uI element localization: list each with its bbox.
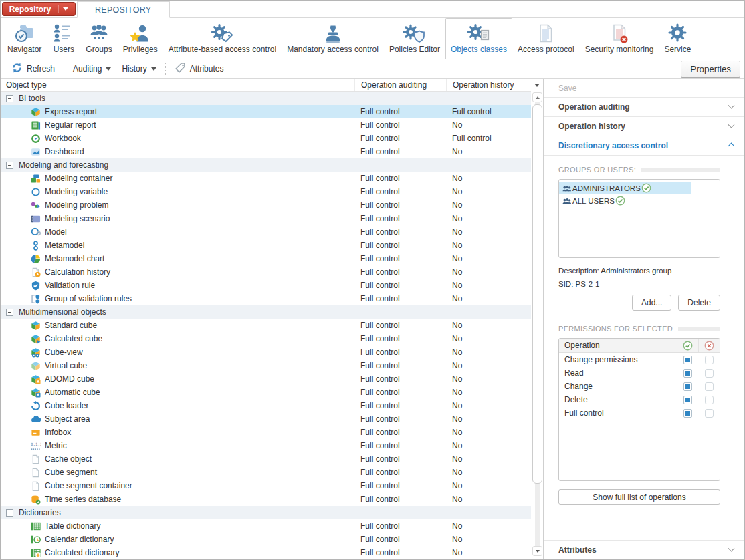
group-item-all-users[interactable]: ALL USERS <box>559 194 720 207</box>
ribbon-item-security-monitoring[interactable]: Security monitoring <box>580 18 659 59</box>
ribbon-item-attribute-based-access-control[interactable]: Attribute-based access control <box>163 18 282 59</box>
tree-item-group-of-validation-rules[interactable]: Group of validation rulesFull controlNo <box>1 292 531 305</box>
cube-icon <box>30 106 41 117</box>
tree-item-subject-area[interactable]: Subject areaFull controlNo <box>1 412 531 426</box>
deny-checkbox[interactable] <box>705 396 714 404</box>
section-attributes[interactable]: Attributes <box>544 540 744 559</box>
tree-item-validation-rule[interactable]: Validation ruleFull controlNo <box>1 279 531 292</box>
scrollbar-thumb[interactable] <box>532 104 542 484</box>
tree-item-infobox[interactable]: InfoboxFull controlNo <box>1 426 531 439</box>
tree-item-dashboard[interactable]: DashboardFull controlNo <box>1 145 531 158</box>
tree-item-modeling-variable[interactable]: Modeling variableFull controlNo <box>1 185 531 198</box>
allow-checkbox[interactable] <box>683 396 692 404</box>
deny-checkbox[interactable] <box>705 382 714 391</box>
show-full-list-button[interactable]: Show full list of operations <box>558 489 720 505</box>
section-operation-auditing[interactable]: Operation auditing <box>544 98 744 117</box>
ribbon-item-users[interactable]: Users <box>47 18 80 59</box>
tree-item-cube-segment[interactable]: Cube segmentFull controlNo <box>1 466 531 479</box>
history-dropdown[interactable]: History <box>116 62 161 76</box>
tree-item-calendar-dictionary[interactable]: Calendar dictionaryFull controlNo <box>1 533 531 546</box>
tree-item-express-report[interactable]: Express reportFull controlFull control <box>1 105 531 118</box>
tree-item-automatic-cube[interactable]: Automatic cubeFull controlNo <box>1 386 531 399</box>
column-header-operation-auditing[interactable]: Operation auditing <box>354 79 446 91</box>
attributes-button[interactable]: Attributes <box>169 60 229 78</box>
item-label: Group of validation rules <box>45 294 132 303</box>
add-button[interactable]: Add... <box>632 295 671 311</box>
tree-item-cube-view[interactable]: Cube-viewFull controlNo <box>1 345 531 359</box>
tree-item-calculation-history[interactable]: Calculation historyFull controlNo <box>1 265 531 279</box>
operation-auditing-value: Full control <box>354 267 446 277</box>
tree-item-metric[interactable]: 0.1.2MetricFull controlNo <box>1 439 531 452</box>
section-operation-history[interactable]: Operation history <box>544 117 744 136</box>
tree-item-metamodel-chart[interactable]: Metamodel chartFull controlNo <box>1 252 531 265</box>
ribbon-item-service[interactable]: Service <box>659 18 696 59</box>
properties-button[interactable]: Properties <box>681 61 740 78</box>
tree-item-table-dictionary[interactable]: Table dictionaryFull controlNo <box>1 519 531 533</box>
collapse-toggle-icon[interactable] <box>6 309 13 316</box>
tree-section-modeling-and-forecasting[interactable]: Modeling and forecasting <box>1 158 531 172</box>
column-header-object-type[interactable]: Object type <box>1 80 354 90</box>
tree-item-time-series-database[interactable]: Time series databaseFull controlNo <box>1 493 531 506</box>
allow-checkbox[interactable] <box>683 369 692 378</box>
group-item-administrators[interactable]: ADMINISTRATORS <box>559 182 691 194</box>
tree-item-standard-cube[interactable]: Standard cubeFull controlNo <box>1 319 531 332</box>
tree-item-calculated-dictionary[interactable]: Calculated dictionaryFull controlNo <box>1 546 531 559</box>
tree-item-modeling-problem[interactable]: Modeling problemFull controlNo <box>1 198 531 212</box>
delete-button[interactable]: Delete <box>678 295 720 311</box>
deny-checkbox[interactable] <box>705 369 714 378</box>
tree-section-multidimensional-objects[interactable]: Multidimensional objects <box>1 305 531 319</box>
allow-checkbox[interactable] <box>683 409 692 418</box>
tree-item-virtual-cube[interactable]: Virtual cubeFull controlNo <box>1 359 531 372</box>
table-scrollbar[interactable] <box>532 92 542 556</box>
tree-section-dictionaries[interactable]: Dictionaries <box>1 506 531 519</box>
tree-section-bi-tools[interactable]: BI tools <box>1 92 531 105</box>
access-protocol-icon <box>534 22 557 44</box>
column-menu-icon[interactable] <box>534 84 540 87</box>
scroll-down-button[interactable] <box>532 546 542 556</box>
permission-row-change: Change <box>559 380 720 393</box>
deny-checkbox[interactable] <box>705 356 714 364</box>
tree-item-model[interactable]: ModelFull controlNo <box>1 225 531 239</box>
tree-item-calculated-cube[interactable]: Calculated cubeFull controlNo <box>1 332 531 345</box>
group-icon <box>562 197 572 205</box>
ribbon-item-groups[interactable]: Groups <box>80 18 117 59</box>
column-header-operation-history[interactable]: Operation history <box>446 79 531 91</box>
tree-item-adomd-cube[interactable]: ADOMD cubeFull controlNo <box>1 372 531 386</box>
collapse-toggle-icon[interactable] <box>6 162 13 169</box>
cube-icon <box>30 320 41 331</box>
allow-checkbox[interactable] <box>683 382 692 391</box>
refresh-button[interactable]: Refresh <box>6 60 60 78</box>
save-button[interactable]: Save <box>544 79 744 98</box>
tree-item-cube-segment-container[interactable]: Cube segment containerFull controlNo <box>1 479 531 493</box>
tree-item-modeling-container[interactable]: Modeling containerFull controlNo <box>1 172 531 185</box>
collapse-toggle-icon[interactable] <box>6 95 13 102</box>
allow-checkbox[interactable] <box>683 356 692 364</box>
ribbon-item-navigator[interactable]: Navigator <box>2 18 47 59</box>
ribbon-item-policies-editor[interactable]: Policies Editor <box>384 18 445 59</box>
operation-history-value: Full control <box>446 107 531 116</box>
collapse-toggle-icon[interactable] <box>6 509 13 517</box>
tree-item-regular-report[interactable]: Regular reportFull controlNo <box>1 118 531 132</box>
calculated-cube-icon <box>30 333 41 344</box>
tree-item-metamodel[interactable]: MetamodelFull controlNo <box>1 239 531 252</box>
ribbon-item-objects-classes[interactable]: Objects classes <box>445 18 512 59</box>
tab-repository[interactable]: REPOSITORY <box>77 1 170 18</box>
toolbar-separator <box>165 63 166 75</box>
description-value: Administrators group <box>601 267 671 275</box>
tree-item-cache-object[interactable]: Cache objectFull controlNo <box>1 452 531 466</box>
ribbon-item-access-protocol[interactable]: Access protocol <box>512 18 580 59</box>
section-discretionary-access-control[interactable]: Discretionary access control <box>544 136 744 156</box>
ribbon-item-mandatory-access-control[interactable]: Mandatory access control <box>282 18 384 59</box>
repository-menu-button[interactable]: Repository <box>2 2 76 16</box>
groups-users-listbox[interactable]: ADMINISTRATORSALL USERS <box>558 179 720 258</box>
workbook-icon <box>30 133 41 144</box>
auditing-dropdown[interactable]: Auditing <box>68 62 116 76</box>
deny-checkbox[interactable] <box>705 409 714 418</box>
ribbon-item-privileges[interactable]: Privileges <box>118 18 163 59</box>
operation-auditing-value: Full control <box>354 401 446 410</box>
item-label: Metamodel chart <box>45 254 104 263</box>
tree-item-workbook[interactable]: WorkbookFull controlFull control <box>1 132 531 145</box>
tree-item-cube-loader[interactable]: Cube loaderFull controlNo <box>1 399 531 412</box>
scroll-up-button[interactable] <box>532 92 542 102</box>
tree-item-modeling-scenario[interactable]: Modeling scenarioFull controlNo <box>1 212 531 225</box>
